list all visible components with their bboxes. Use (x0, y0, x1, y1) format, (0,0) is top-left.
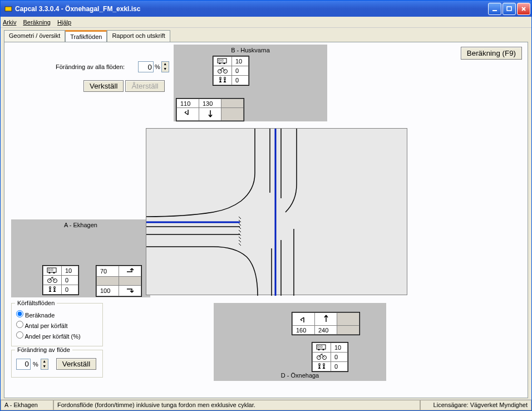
svg-line-38 (239, 237, 241, 239)
approach-d-flow-table: 160240 (292, 312, 360, 335)
statusbar: A - Ekhagen Fordonsflöde (fordon/timme) … (1, 399, 531, 410)
approach-d-title: D - Öxnehaga (281, 372, 319, 379)
pct-label: % (33, 361, 38, 368)
app-icon (4, 4, 13, 13)
svg-rect-15 (48, 269, 50, 271)
approach-a-title: A - Ekhagen (64, 222, 97, 228)
aterstall-button[interactable]: Återställ (125, 80, 164, 92)
svg-point-10 (220, 77, 221, 79)
bus-icon (313, 343, 331, 353)
close-button[interactable] (517, 3, 530, 15)
svg-point-28 (319, 364, 321, 365)
ped-icon (214, 76, 232, 85)
status-approach: A - Ekhagen (1, 400, 53, 410)
verkstall-button[interactable]: Verkställ (83, 80, 124, 92)
approach-b: B - Huskvarna 10 0 0 110130 (174, 45, 327, 121)
approach-b-bus[interactable]: 10 (232, 57, 249, 66)
left-turn-icon (119, 266, 141, 277)
ped-icon (43, 285, 62, 295)
approach-d-bike[interactable]: 0 (331, 353, 348, 362)
approach-a-mode-table: 10 0 0 (42, 265, 79, 295)
status-description: Fordonsflöde (fordon/timme) inklusive tu… (53, 400, 420, 410)
svg-line-32 (239, 217, 241, 219)
status-license: Licensägare: Vägverket Myndighet (420, 400, 531, 410)
approach-b-title: B - Huskvarna (231, 47, 270, 53)
approach-b-flow2[interactable]: 130 (199, 99, 221, 108)
approach-a: A - Ekhagen 10 0 0 70 100 (11, 219, 150, 297)
window-title: Capcal 3.3.0.4 - Öxnehagal_FM_exkl.isc (15, 5, 488, 13)
svg-rect-12 (47, 268, 56, 272)
forandring-group: Förändring av flöde % ▲▼ Verkställ (11, 350, 103, 378)
approach-d-flow1[interactable]: 160 (293, 326, 315, 335)
korfalt-group: Körfältsflöden Beräknade Antal per körfä… (11, 303, 103, 346)
left-turn-icon (293, 313, 315, 326)
tab-rapport[interactable]: Rapport och utskrift (107, 30, 170, 42)
svg-rect-21 (317, 345, 326, 349)
approach-b-ped[interactable]: 0 (232, 76, 249, 85)
svg-line-40 (239, 243, 241, 246)
approach-d-bus[interactable]: 10 (331, 343, 348, 353)
straight-icon (315, 313, 337, 326)
svg-line-34 (239, 223, 241, 226)
menubar: Arkiv Beräkning Hjälp (1, 17, 531, 28)
tab-geometri[interactable]: Geometri / översikt (4, 30, 65, 42)
left-turn-icon (177, 108, 199, 121)
bus-icon (214, 57, 232, 66)
bike-icon (214, 66, 232, 76)
straight-icon (199, 108, 221, 121)
svg-rect-6 (219, 60, 220, 61)
forandring-spinner[interactable]: ▲▼ (41, 359, 48, 370)
intersection-diagram (146, 128, 407, 295)
menu-berakning[interactable]: Beräkning (23, 19, 51, 26)
svg-rect-16 (51, 269, 53, 271)
approach-d-mode-table: 10 0 0 (312, 342, 348, 372)
flow-change-input[interactable] (138, 61, 154, 72)
svg-rect-0 (5, 7, 12, 11)
approach-a-bike[interactable]: 0 (62, 276, 78, 285)
approach-d-ped[interactable]: 0 (331, 362, 348, 371)
approach-a-ped[interactable]: 0 (62, 285, 78, 295)
approach-b-bike[interactable]: 0 (232, 66, 249, 76)
svg-rect-3 (218, 58, 226, 63)
svg-rect-25 (321, 346, 322, 348)
titlebar: Capcal 3.3.0.4 - Öxnehagal_FM_exkl.isc (1, 1, 531, 17)
tab-trafikfloden[interactable]: Trafikflöden (65, 30, 107, 42)
korfalt-title: Körfältsflöden (15, 300, 57, 306)
svg-rect-7 (221, 60, 223, 61)
ped-icon (313, 362, 331, 371)
flow-change-label: Förändring av alla flöden: (56, 63, 125, 70)
flow-change-spinner[interactable]: ▲▼ (161, 61, 169, 72)
calc-button[interactable]: Beräkning (F9) (461, 47, 522, 60)
minimize-button[interactable] (488, 3, 501, 15)
radio-beraknade[interactable]: Beräknade (12, 309, 102, 320)
forandring-verkstall[interactable]: Verkställ (56, 358, 96, 370)
maximize-button[interactable] (503, 3, 516, 15)
menu-arkiv[interactable]: Arkiv (3, 19, 16, 26)
flow-change-group: Förändring av alla flöden: % ▲▼ Verkstäl… (11, 53, 167, 87)
approach-d: D - Öxnehaga 160240 10 0 0 (214, 303, 386, 381)
pct-label: % (155, 63, 160, 70)
forandring-input[interactable] (16, 359, 31, 370)
menu-hjalp[interactable]: Hjälp (57, 19, 71, 26)
svg-line-39 (239, 240, 241, 242)
bike-icon (313, 353, 331, 362)
svg-point-19 (50, 287, 51, 288)
radio-andel[interactable]: Andel per körfält (%) (12, 330, 102, 341)
forandring-title: Förändring av flöde (15, 346, 72, 353)
tab-strip: Geometri / översikt Trafikflöden Rapport… (4, 30, 531, 42)
svg-point-11 (224, 77, 226, 79)
svg-point-20 (54, 287, 56, 288)
right-turn-icon (119, 286, 141, 296)
approach-a-flow-table: 70 100 (96, 265, 142, 297)
approach-d-flow2[interactable]: 240 (315, 326, 337, 335)
approach-a-flow2[interactable]: 100 (97, 286, 119, 296)
svg-rect-1 (492, 10, 497, 11)
approach-a-bus[interactable]: 10 (62, 266, 78, 276)
svg-rect-24 (318, 346, 319, 348)
bus-icon (43, 266, 62, 276)
svg-rect-2 (507, 7, 511, 11)
approach-a-flow1[interactable]: 70 (97, 266, 119, 277)
approach-b-flow-table: 110130 (176, 98, 244, 121)
radio-antal[interactable]: Antal per körfält (12, 320, 102, 330)
approach-b-flow1[interactable]: 110 (177, 99, 199, 108)
